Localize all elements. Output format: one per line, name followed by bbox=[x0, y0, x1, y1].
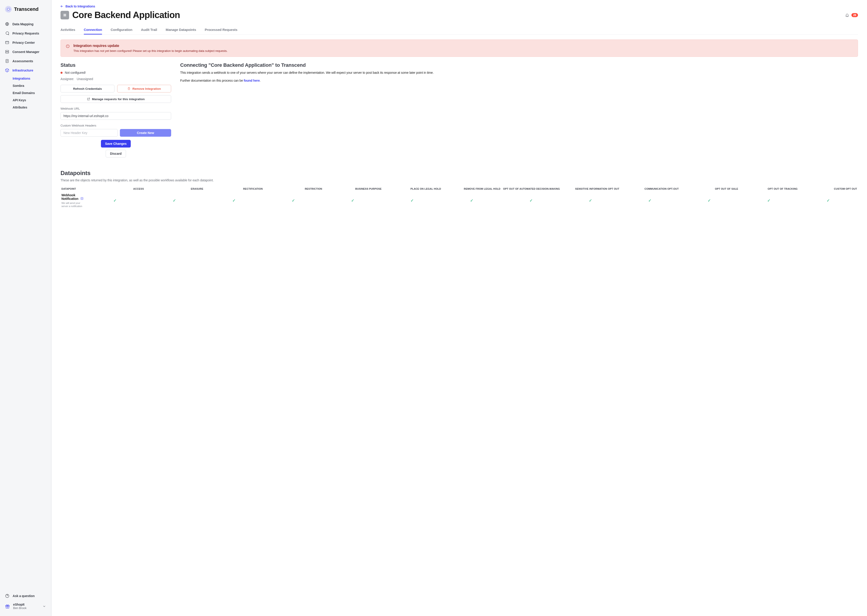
remove-integration-button[interactable]: Remove Integration bbox=[117, 85, 171, 93]
header-key-input[interactable] bbox=[60, 129, 118, 137]
clipboard-icon bbox=[5, 59, 9, 63]
arrow-left-icon bbox=[60, 5, 64, 8]
svg-point-1 bbox=[6, 7, 11, 11]
datapoint-desc: We will send your server a notification bbox=[61, 201, 84, 208]
integration-icon bbox=[60, 11, 69, 19]
org-name: eShopIt bbox=[13, 603, 39, 606]
ask-question[interactable]: Ask a question bbox=[0, 591, 51, 600]
nav-item-data-mapping[interactable]: Data Mapping bbox=[0, 19, 51, 29]
alert-title: Integration requires update bbox=[73, 44, 228, 48]
nav-item-privacy-requests[interactable]: Privacy Requests bbox=[0, 29, 51, 38]
status-text: Not configured! bbox=[65, 71, 86, 74]
tab-activities[interactable]: Activities bbox=[60, 27, 75, 34]
col-opt-out-automated: OPT OUT OF AUTOMATED DECISION-MAKING bbox=[501, 186, 561, 192]
col-sensitive-opt-out: SENSITIVE INFORMATION OPT OUT bbox=[561, 186, 620, 192]
notification-badge[interactable]: 28 bbox=[851, 13, 858, 17]
col-restriction: RESTRICTION bbox=[264, 186, 323, 192]
assignee: Assignee: Unassigned bbox=[60, 77, 171, 81]
assignee-value: Unassigned bbox=[77, 77, 93, 81]
subnav-api-keys[interactable]: API Keys bbox=[13, 97, 51, 104]
title-row: Core Backend Application 28 bbox=[60, 10, 858, 20]
cell-check: ✓ bbox=[383, 192, 442, 210]
tab-configuration[interactable]: Configuration bbox=[110, 27, 132, 34]
tabs: Activities Connection Configuration Audi… bbox=[60, 27, 858, 35]
webhook-url-label: Webhook URL bbox=[60, 107, 171, 110]
create-new-header-button[interactable]: Create New bbox=[120, 129, 171, 137]
datapoints-table: DATAPOINT ACCESS ERASURE RECTIFICATION R… bbox=[60, 186, 858, 210]
btn-label: Refresh Credentials bbox=[73, 87, 102, 90]
cell-check: ✓ bbox=[442, 192, 501, 210]
backlink-text: Back to Integrations bbox=[65, 5, 95, 8]
datapoints-heading: Datapoints bbox=[60, 170, 858, 177]
col-rectification: RECTIFICATION bbox=[204, 186, 263, 192]
sidebar: Transcend Data Mapping Privacy Requests … bbox=[0, 0, 51, 616]
assignee-label: Assignee: bbox=[60, 77, 74, 81]
cell-check: ✓ bbox=[501, 192, 561, 210]
brand: Transcend bbox=[0, 0, 51, 17]
subnav: Integrations Sombra Email Domains API Ke… bbox=[0, 75, 51, 111]
connect-heading: Connecting "Core Backend Application" to… bbox=[180, 62, 858, 68]
status-heading: Status bbox=[60, 62, 171, 68]
tab-audit-trail[interactable]: Audit Trail bbox=[141, 27, 157, 34]
connect-p2: Further documentation on this process ca… bbox=[180, 78, 858, 83]
tab-processed-requests[interactable]: Processed Requests bbox=[205, 27, 238, 34]
subnav-attributes[interactable]: Attributes bbox=[13, 104, 51, 111]
org-switcher[interactable]: eShopIt Ben Brook bbox=[0, 600, 51, 612]
status-dot-icon bbox=[60, 72, 63, 74]
nav-label: Assessments bbox=[13, 59, 33, 63]
col-business-purpose: BUSINESS PURPOSE bbox=[323, 186, 383, 192]
subnav-email-domains[interactable]: Email Domains bbox=[13, 89, 51, 97]
btn-label: Remove Integration bbox=[132, 87, 161, 90]
nav-item-consent-manager[interactable]: Consent Manager bbox=[0, 47, 51, 57]
back-to-integrations-link[interactable]: Back to Integrations bbox=[60, 5, 95, 8]
tab-connection[interactable]: Connection bbox=[84, 27, 102, 34]
window-icon bbox=[5, 40, 9, 45]
save-changes-button[interactable]: Save Changes bbox=[101, 140, 131, 148]
datapoints-sub: These are the objects returned by this i… bbox=[60, 178, 858, 182]
svg-rect-6 bbox=[5, 52, 9, 53]
subnav-sombra[interactable]: Sombra bbox=[13, 82, 51, 89]
ask-label: Ask a question bbox=[13, 594, 35, 598]
nav-label: Data Mapping bbox=[13, 22, 33, 26]
tab-manage-datapoints[interactable]: Manage Datapoints bbox=[166, 27, 196, 34]
chevron-down-icon bbox=[43, 605, 46, 608]
datapoint-name: Webhook Notification bbox=[61, 193, 78, 201]
cell-check: ✓ bbox=[679, 192, 739, 210]
bell-icon[interactable] bbox=[845, 13, 849, 17]
header-right: 28 bbox=[845, 13, 858, 17]
subnav-integrations[interactable]: Integrations bbox=[13, 75, 51, 82]
cell-check: ✓ bbox=[145, 192, 204, 210]
col-custom-opt-out: CUSTOM OPT OUT bbox=[799, 186, 858, 192]
col-erasure: ERASURE bbox=[145, 186, 204, 192]
alert-body: This integration has not yet been config… bbox=[73, 49, 228, 53]
nav-label: Privacy Requests bbox=[13, 31, 39, 35]
user-name: Ben Brook bbox=[13, 606, 39, 610]
datapoint-link-icon[interactable] bbox=[80, 197, 84, 201]
svg-rect-15 bbox=[65, 15, 66, 16]
status-line: Not configured! bbox=[60, 71, 171, 74]
brand-logo-icon bbox=[5, 6, 12, 13]
docs-link[interactable]: found here bbox=[244, 79, 260, 82]
nav-label: Infrastructure bbox=[13, 69, 33, 72]
svg-rect-12 bbox=[64, 14, 65, 15]
cell-check: ✓ bbox=[561, 192, 620, 210]
nav-item-privacy-center[interactable]: Privacy Center bbox=[0, 38, 51, 47]
btn-label: Manage requests for this integration bbox=[92, 97, 145, 101]
gift-icon bbox=[5, 604, 10, 609]
webhook-url-input[interactable] bbox=[60, 112, 171, 120]
connect-p1: This integration sends a webhook to one … bbox=[180, 71, 858, 75]
discard-button[interactable]: Discard bbox=[106, 150, 126, 157]
globe-icon bbox=[5, 22, 9, 26]
nav-item-infrastructure[interactable]: Infrastructure bbox=[0, 66, 51, 75]
table-row: Webhook Notification We will send your s… bbox=[60, 192, 858, 210]
nav-item-assessments[interactable]: Assessments bbox=[0, 57, 51, 66]
cell-check: ✓ bbox=[620, 192, 679, 210]
external-link-icon bbox=[87, 97, 90, 101]
cell-check: ✓ bbox=[264, 192, 323, 210]
cell-check: ✓ bbox=[323, 192, 383, 210]
refresh-credentials-button[interactable]: Refresh Credentials bbox=[60, 85, 115, 93]
help-icon bbox=[5, 594, 9, 598]
svg-point-0 bbox=[7, 8, 10, 11]
manage-requests-button[interactable]: Manage requests for this integration bbox=[60, 95, 171, 103]
custom-headers-label: Custom Webhook Headers bbox=[60, 124, 171, 127]
